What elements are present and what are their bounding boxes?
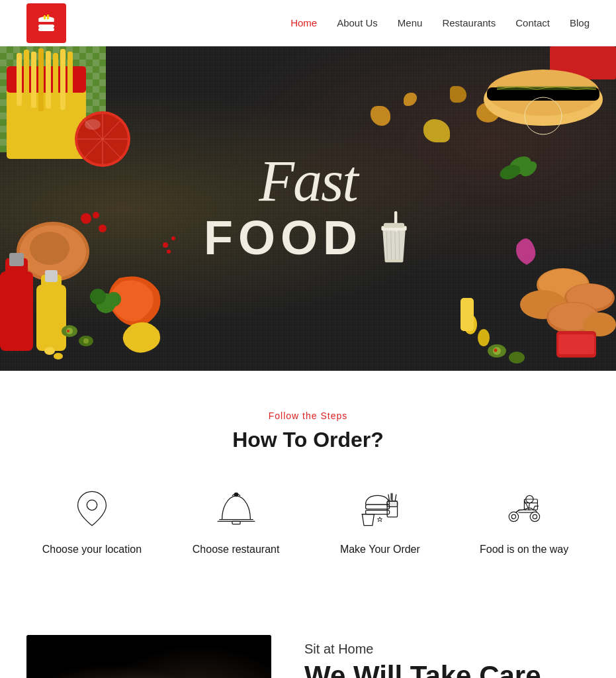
svg-point-44 [44,347,55,355]
svg-point-87 [87,500,97,510]
step-restaurant-label: Choose restaurant [193,544,280,556]
splatter-6 [502,79,513,91]
svg-point-53 [484,73,603,126]
right-food-decor [431,46,616,371]
svg-point-118 [83,659,129,678]
svg-rect-93 [366,510,390,514]
svg-rect-109 [26,635,271,678]
sit-subtitle: Sit at Home [304,642,590,657]
svg-rect-85 [384,223,404,228]
svg-point-78 [517,158,539,179]
svg-rect-67 [556,331,596,358]
location-pin-icon [69,485,115,532]
svg-rect-68 [558,334,594,354]
svg-rect-57 [497,86,596,90]
svg-rect-110 [40,648,79,678]
svg-point-60 [539,269,588,298]
svg-point-73 [464,315,477,334]
how-to-order-section: Follow the Steps How To Order? Choose yo… [0,371,616,622]
svg-point-65 [549,303,597,330]
svg-line-98 [396,495,397,501]
svg-point-107 [533,514,537,518]
svg-rect-108 [26,635,271,678]
svg-point-51 [167,250,171,254]
svg-rect-10 [7,66,86,159]
svg-point-59 [537,268,590,301]
splatter-4 [450,86,466,103]
sit-image [26,635,271,678]
svg-line-24 [85,121,120,158]
step-order-label: Make Your Order [340,544,420,556]
svg-point-128 [122,635,175,648]
svg-point-71 [494,349,498,352]
nav-menu[interactable]: Menu [398,17,423,28]
svg-point-42 [79,336,93,346]
svg-point-27 [17,222,89,281]
cup-icon [376,211,412,264]
svg-point-43 [83,338,89,344]
svg-point-113 [197,673,226,678]
svg-rect-11 [7,66,86,93]
svg-rect-7 [0,46,106,152]
svg-point-3 [38,17,54,22]
svg-rect-2 [38,28,54,31]
svg-rect-36 [36,285,66,351]
splatter-5 [476,103,500,122]
svg-point-50 [171,236,175,240]
svg-point-47 [90,289,106,305]
svg-rect-95 [388,501,398,507]
svg-rect-111 [93,645,126,678]
svg-point-21 [77,114,128,164]
svg-point-20 [75,111,130,167]
hero-fast: Fast [204,152,412,211]
svg-rect-37 [41,275,62,293]
svg-rect-92 [366,505,390,509]
svg-point-76 [506,153,534,179]
svg-rect-17 [53,53,58,106]
svg-rect-34 [5,258,28,278]
svg-rect-35 [9,253,24,266]
hero-banner: Fast FOOD [0,46,616,371]
svg-point-74 [478,329,490,346]
main-nav: Home About Us Menu Restaurants Contact B… [290,17,590,28]
svg-point-126 [157,640,200,669]
splatter-2 [404,93,417,106]
nav-about[interactable]: About Us [337,17,378,28]
svg-point-61 [564,283,615,313]
steps-row: Choose your location Choo [26,485,590,556]
svg-point-119 [83,655,129,678]
svg-point-69 [488,344,506,358]
svg-point-124 [152,655,205,678]
nav-contact[interactable]: Contact [515,17,550,28]
svg-point-54 [487,70,599,116]
svg-point-41 [67,330,69,332]
logo[interactable] [26,3,66,43]
svg-rect-13 [24,50,29,109]
svg-point-39 [62,325,77,337]
svg-rect-16 [46,51,51,109]
hero-title: Fast FOOD [204,152,412,265]
svg-line-25 [85,121,120,158]
svg-rect-5 [47,15,49,19]
splatter-1 [371,106,390,126]
nav-restaurants[interactable]: Restaurants [442,17,496,28]
splatter-3 [423,119,450,142]
svg-rect-19 [67,52,73,108]
svg-point-104 [509,512,518,521]
svg-rect-55 [487,87,599,101]
svg-point-48 [107,292,121,307]
svg-point-64 [547,302,599,334]
svg-point-125 [157,647,200,678]
svg-point-26 [85,119,101,130]
svg-point-77 [498,162,523,182]
svg-rect-52 [550,46,616,79]
svg-rect-18 [60,49,66,110]
sit-content: Sit at Home We Will Take Care Proin orna… [304,635,590,678]
nav-home[interactable]: Home [290,17,317,28]
nav-blog[interactable]: Blog [570,17,590,28]
svg-rect-75 [461,298,474,331]
section-tag: Follow the Steps [26,411,590,421]
svg-point-58 [525,97,562,134]
svg-rect-91 [232,521,240,524]
svg-point-70 [493,347,501,355]
